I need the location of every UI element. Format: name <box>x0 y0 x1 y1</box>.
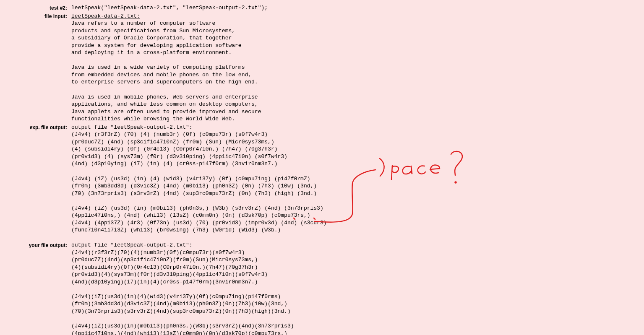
your-output-content: output file "leetSpeak-output-2.txt": (J… <box>71 242 297 335</box>
file-input-content: leetSpeak-data-2.txt: Java refers to a n… <box>71 13 261 123</box>
test-row: test #2: leetSpeak("leetSpeak-data-2.txt… <box>0 4 644 12</box>
exp-output-text: (J4v4) (r3f3rZ) (70) (4) (numb3r) (0f) (… <box>71 131 327 233</box>
file-input-row: file input: leetSpeak-data-2.txt: Java r… <box>0 13 644 123</box>
exp-output-content: output file "leetSpeak-output-2.txt": (J… <box>71 124 327 234</box>
test-label: test #2: <box>0 4 71 11</box>
exp-output-row: exp. file output: output file "leetSpeak… <box>0 124 644 234</box>
your-output-label: your file output: <box>0 242 71 249</box>
your-output-header: output file "leetSpeak-output-2.txt": <box>71 242 193 248</box>
your-output-text: (J4v4)(r3f3rZ)(70)(4)(numb3r)(0f)(c0mpu7… <box>71 249 297 335</box>
file-input-label: file input: <box>0 13 71 20</box>
exp-output-header: output file "leetSpeak-output-2.txt": <box>71 124 193 130</box>
exp-output-label: exp. file output: <box>0 124 71 131</box>
file-input-text: Java refers to a number of computer soft… <box>71 20 261 122</box>
test-value: leetSpeak("leetSpeak-data-2.txt", "leetS… <box>71 4 268 12</box>
file-input-filename: leetSpeak-data-2.txt: <box>71 13 140 19</box>
your-output-row: your file output: output file "leetSpeak… <box>0 242 644 335</box>
